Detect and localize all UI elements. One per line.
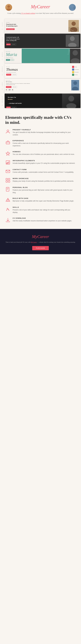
demo4-item-label-3: Photography <box>75 72 79 72</box>
feature-title-experience: EXPERIENCE <box>12 140 76 142</box>
feature-build: BUILD WITH EASE MyCareer is fully compat… <box>5 198 76 203</box>
feature-present-yourself: PRESENT YOURSELF You get 6 beautiful & f… <box>5 129 76 136</box>
briefcase-icon <box>5 140 10 145</box>
demo6-image <box>62 94 80 108</box>
feature-infographic: INFOGRAPHIC ELEMENTS Include beautifully… <box>5 160 76 165</box>
demo-screen-5: mycareer Hi! I'm James, a Business Consu… <box>4 78 80 93</box>
purchase-button[interactable]: PURCHASE <box>32 246 49 250</box>
feature-contact: CONTACT FORM Comes with premade, customi… <box>5 169 76 174</box>
feature-experience: EXPERIENCE Comes with a neat set of elem… <box>5 140 76 147</box>
feature-title-infographic: INFOGRAPHIC ELEMENTS <box>12 160 75 162</box>
grid-icon <box>5 178 10 183</box>
demo4-item-label-2: Development <box>75 69 79 70</box>
demo4-item-label-4: Branding <box>75 74 78 75</box>
demo5-stats: 6+ Years 120 Projects 45 Clients <box>6 89 70 91</box>
svg-rect-27 <box>8 162 9 164</box>
demo3-btn2[interactable]: Work <box>10 59 14 61</box>
feature-desc-present: You get 6 beautiful & fully flexible hom… <box>12 131 76 136</box>
demo-item-6: 06 / BRANDON mycareer Hey there, I'm Bra… <box>0 93 81 108</box>
demo4-item-dot-2 <box>72 68 74 70</box>
demo4-btn1[interactable]: About me <box>6 74 11 76</box>
footer-title: MyCareer <box>5 234 76 239</box>
demo2-headline: A motivated speaker withover 10 years of… <box>6 36 20 42</box>
feature-cv-download: CV DOWNLOAD Add the easily modifiable re… <box>5 218 76 223</box>
feature-title-work: WORK SHOWCASE <box>12 178 74 179</box>
demo-label-6: 06 / BRANDON <box>2 96 3 106</box>
svg-point-20 <box>7 130 9 132</box>
svg-point-5 <box>72 22 76 26</box>
demo-label-2: 02 / COACH <box>2 37 3 45</box>
feature-desc-experience: Comes with a neat set of elements specif… <box>12 142 76 147</box>
svg-rect-32 <box>8 181 10 182</box>
feature-work-showcase: WORK SHOWCASE Display your body of work … <box>5 178 76 183</box>
elements-section: Elements specifically made with CVs in m… <box>0 110 81 229</box>
feature-title-present: PRESENT YOURSELF <box>12 129 76 130</box>
demo1-cta[interactable]: Let's work together! <box>6 28 14 30</box>
demo-label-1: 01 / SALES <box>2 22 3 30</box>
demo4-item-label-1: Design <box>75 66 77 67</box>
demo-item-1: 01 / SALES mycareer Experienced sales& m… <box>0 18 81 34</box>
hero-subtitle: Create a job-winning CV or résumé websit… <box>5 12 76 14</box>
demo2-btn1[interactable]: Hire me <box>6 44 11 45</box>
demo5-name: Hi! I'm James, <box>6 81 70 82</box>
svg-point-1 <box>6 8 11 11</box>
demo4-btn2[interactable]: My work <box>12 74 17 76</box>
download-icon <box>5 218 10 223</box>
svg-rect-25 <box>6 163 7 164</box>
star-icon <box>5 151 10 156</box>
demo4-item-dot-4 <box>72 74 74 76</box>
feature-desc-contact: Comes with premade, customizable contact… <box>12 171 74 174</box>
svg-point-18 <box>68 96 74 102</box>
demo-screen-1: mycareer Experienced sales& marketing ex… <box>4 19 80 33</box>
svg-rect-33 <box>6 187 9 191</box>
demo1-image <box>68 20 79 32</box>
svg-point-38 <box>7 200 9 201</box>
demo6-brand: mycareer <box>6 94 60 94</box>
demo6-btn2[interactable]: See work <box>11 106 16 108</box>
demo-item-4: 04 / THOMAS Hi! I'm Thomas Web designer … <box>0 63 81 78</box>
demo-item-5: 05 / JAMES mycareer Hi! I'm James, a Bus… <box>0 78 81 93</box>
demo5-btn2[interactable]: My work <box>12 86 17 88</box>
demo4-name: Thomas <box>6 68 18 71</box>
demo5-desc: a Business Consultant with over 6 years … <box>6 83 32 85</box>
footer-link[interactable]: MyCareer <box>31 241 37 243</box>
demo-screen-6: mycareer Hey there, I'm Brandon— develop… <box>4 94 80 108</box>
feature-title-contact: CONTACT FORM <box>12 169 74 170</box>
feature-title-blog: PERSONAL BLOG <box>12 187 76 188</box>
demo4-item-dot-3 <box>72 71 74 73</box>
demo3-image <box>70 49 80 63</box>
feature-title-download: CV DOWNLOAD <box>12 218 72 219</box>
demo6-btn1[interactable]: Hire me <box>6 106 11 108</box>
demo2-btn2[interactable]: Portfolio <box>11 44 16 45</box>
demo2-dots <box>6 42 20 43</box>
demo3-name: Maria <box>6 52 20 57</box>
svg-point-14 <box>73 81 77 85</box>
demo-item-3: 03 / MARIA mycareer Maria Designer & Dev… <box>0 48 81 63</box>
svg-rect-30 <box>8 178 10 180</box>
svg-point-11 <box>72 50 78 56</box>
feature-desc-build: MyCareer is fully compatible with the su… <box>12 200 74 202</box>
svg-point-39 <box>6 210 7 211</box>
svg-point-0 <box>7 5 10 8</box>
demo2-image <box>66 35 79 47</box>
demo-label-5: 05 / JAMES <box>2 82 3 90</box>
demo-screen-4: Hi! I'm Thomas Web designer & developer … <box>4 64 80 78</box>
avatar-left <box>5 4 12 11</box>
feature-desc-work: Display your body of work using the fant… <box>12 180 74 182</box>
hero-link[interactable]: CV or résumé website <box>21 12 35 14</box>
feature-hobbies: HOBBIES You can also showcase a list of … <box>5 151 76 156</box>
feature-title-hobbies: HOBBIES <box>12 151 74 152</box>
demo5-btn1[interactable]: Contact me <box>6 86 12 88</box>
demos-section: 01 / SALES mycareer Experienced sales& m… <box>0 17 81 110</box>
svg-rect-29 <box>6 178 8 180</box>
demo3-btn1[interactable]: Contact <box>6 59 10 61</box>
svg-point-3 <box>70 8 74 11</box>
avatar-right <box>69 4 76 11</box>
feature-blog: PERSONAL BLOG Feature your personal blog… <box>5 187 76 194</box>
demo3-brand: mycareer <box>6 51 20 52</box>
feature-desc-blog: Feature your personal blog as well. MyCa… <box>12 189 76 194</box>
demo4-item-dot-1 <box>72 66 74 68</box>
book-icon <box>5 187 10 192</box>
footer-desc: Time to land your dream job! It's easy w… <box>5 241 76 244</box>
feature-desc-hobbies: You can also showcase a list of hobbies … <box>12 153 74 156</box>
